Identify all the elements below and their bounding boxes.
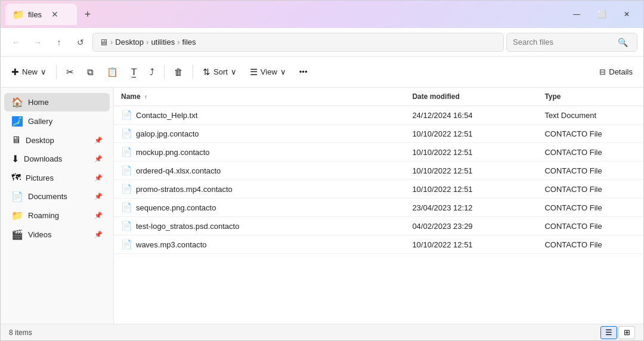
file-name: galop.jpg.contacto (136, 129, 199, 138)
breadcrumb-desktop[interactable]: Desktop (115, 38, 144, 46)
up-button[interactable]: ↑ (49, 33, 69, 52)
desktop-label: Desktop (26, 136, 89, 145)
file-table: Name ↑ Date modified Type 📄Contacto_Help… (114, 88, 643, 254)
separator-3 (193, 65, 193, 79)
forward-button[interactable]: → (28, 33, 47, 52)
documents-label: Documents (28, 192, 89, 201)
file-type: CONTACTO File (537, 143, 643, 162)
file-icon: 📄 (121, 239, 132, 250)
cut-button[interactable]: ✂ (60, 61, 80, 83)
status-bar: 8 items ☰ ⊞ (1, 324, 643, 340)
rename-button[interactable]: T̲ (125, 61, 143, 83)
file-date: 10/10/2022 12:51 (405, 162, 537, 180)
copy-button[interactable]: ⧉ (81, 61, 100, 83)
file-name-cell: 📄mockup.png.contacto (114, 143, 405, 162)
search-icon: 🔍 (618, 38, 628, 47)
share-icon: ⤴ (150, 67, 154, 77)
rename-icon: T̲ (131, 67, 137, 78)
file-name-cell: 📄ordered-q4.xlsx.contacto (114, 162, 405, 180)
downloads-pin-icon: 📌 (94, 155, 103, 163)
sort-chevron-icon: ∨ (231, 67, 237, 76)
file-pane: Name ↑ Date modified Type 📄Contacto_Help… (114, 88, 643, 324)
file-type: Text Document (537, 106, 643, 125)
sidebar-item-gallery[interactable]: 🗾Gallery (4, 112, 110, 131)
file-icon: 📄 (121, 184, 132, 194)
delete-button[interactable]: 🗑 (168, 61, 189, 83)
refresh-button[interactable]: ↺ (71, 33, 90, 52)
close-button[interactable]: ✕ (615, 5, 639, 24)
more-button[interactable]: ••• (293, 61, 314, 83)
col-header-type[interactable]: Type (537, 88, 643, 106)
videos-icon: 🎬 (11, 229, 23, 240)
documents-icon: 📄 (11, 191, 23, 202)
breadcrumb-utilities[interactable]: utilities (151, 38, 175, 46)
view-icon: ☰ (250, 67, 258, 78)
tab-title: files (28, 10, 42, 19)
file-date: 23/04/2023 12:12 (405, 199, 537, 217)
file-date: 10/10/2022 12:51 (405, 180, 537, 199)
file-name: sequence.png.contacto (136, 203, 216, 212)
search-input[interactable] (513, 38, 614, 46)
sidebar-item-downloads[interactable]: ⬇Downloads📌 (4, 150, 110, 168)
maximize-button[interactable]: ⬜ (590, 5, 614, 24)
sidebar-item-videos[interactable]: 🎬Videos📌 (4, 225, 110, 244)
file-icon: 📄 (121, 165, 132, 176)
new-tab-button[interactable]: + (79, 6, 96, 23)
new-button[interactable]: ✚ New ∨ (5, 61, 52, 83)
file-name: promo-stratos.mp4.contacto (136, 185, 233, 194)
tab-close-button[interactable]: ✕ (50, 10, 60, 19)
table-header-row: Name ↑ Date modified Type (114, 88, 643, 106)
sidebar-item-documents[interactable]: 📄Documents📌 (4, 187, 110, 206)
sort-arrow-icon: ↑ (144, 94, 147, 100)
file-date: 10/10/2022 12:51 (405, 235, 537, 254)
sort-label: Sort (213, 67, 228, 76)
sidebar-item-desktop[interactable]: 🖥Desktop📌 (4, 131, 110, 149)
table-row[interactable]: 📄mockup.png.contacto10/10/2022 12:51CONT… (114, 143, 643, 162)
file-icon: 📄 (121, 202, 132, 213)
file-type: CONTACTO File (537, 217, 643, 235)
search-box[interactable]: 🔍 (506, 33, 637, 52)
file-name-cell: 📄promo-stratos.mp4.contacto (114, 180, 405, 199)
sort-button[interactable]: ⇅ Sort ∨ (197, 61, 243, 83)
active-tab[interactable]: 📁 files ✕ (5, 4, 77, 25)
file-name-cell: 📄waves.mp3.contacto (114, 235, 405, 254)
table-row[interactable]: 📄galop.jpg.contacto10/10/2022 12:51CONTA… (114, 125, 643, 143)
table-row[interactable]: 📄waves.mp3.contacto10/10/2022 12:51CONTA… (114, 235, 643, 254)
file-name: test-logo_stratos.psd.contacto (136, 222, 239, 231)
sidebar-item-pictures[interactable]: 🗺Pictures📌 (4, 169, 110, 187)
window: 📁 files ✕ + — ⬜ ✕ ← → ↑ ↺ 🖥 › Desktop › … (0, 0, 644, 341)
view-toggle: ☰ ⊞ (600, 326, 635, 339)
col-header-date[interactable]: Date modified (405, 88, 537, 106)
file-icon: 📄 (121, 221, 132, 231)
view-button[interactable]: ☰ View ∨ (244, 61, 292, 83)
table-row[interactable]: 📄sequence.png.contacto23/04/2023 12:12CO… (114, 199, 643, 217)
sidebar-item-home[interactable]: 🏠Home (4, 93, 110, 111)
table-row[interactable]: 📄test-logo_stratos.psd.contacto04/02/202… (114, 217, 643, 235)
documents-pin-icon: 📌 (94, 193, 103, 200)
breadcrumb-bar[interactable]: 🖥 › Desktop › utilities › files (92, 33, 504, 52)
file-type: CONTACTO File (537, 199, 643, 217)
roaming-label: Roaming (28, 211, 89, 220)
list-view-button[interactable]: ☰ (600, 326, 617, 339)
share-button[interactable]: ⤴ (144, 61, 160, 83)
sidebar-item-roaming[interactable]: 📁Roaming📌 (4, 206, 110, 225)
table-row[interactable]: 📄ordered-q4.xlsx.contacto10/10/2022 12:5… (114, 162, 643, 180)
details-button[interactable]: ⊟ Details (593, 61, 639, 83)
roaming-icon: 📁 (11, 210, 23, 221)
paste-button[interactable]: 📋 (101, 61, 124, 83)
grid-view-button[interactable]: ⊞ (618, 326, 635, 339)
table-row[interactable]: 📄promo-stratos.mp4.contacto10/10/2022 12… (114, 180, 643, 199)
back-button[interactable]: ← (7, 33, 26, 52)
minimize-button[interactable]: — (565, 5, 589, 24)
separator-2 (164, 65, 165, 79)
file-icon: 📄 (121, 147, 132, 157)
delete-icon: 🗑 (174, 67, 183, 77)
breadcrumb-files[interactable]: files (182, 38, 196, 46)
details-label: Details (609, 67, 633, 76)
col-header-name[interactable]: Name ↑ (114, 88, 405, 106)
file-icon: 📄 (121, 128, 132, 139)
table-row[interactable]: 📄Contacto_Help.txt24/12/2024 16:54Text D… (114, 106, 643, 125)
videos-pin-icon: 📌 (94, 231, 103, 238)
file-name-cell: 📄test-logo_stratos.psd.contacto (114, 217, 405, 235)
more-icon: ••• (299, 67, 308, 76)
